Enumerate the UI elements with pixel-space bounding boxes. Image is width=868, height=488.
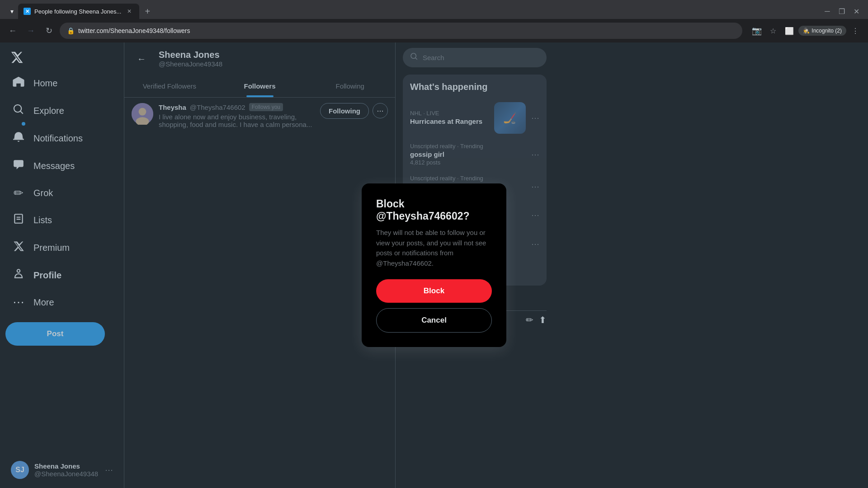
incognito-icon: 🕵 [803, 28, 810, 34]
back-browser-button[interactable]: ← [5, 23, 20, 38]
tab-close-button[interactable]: ✕ [125, 7, 134, 16]
incognito-badge: 🕵 Incognito (2) [798, 26, 846, 36]
forward-browser-button[interactable]: → [24, 23, 38, 38]
address-bar[interactable]: 🔒 twitter.com/SheenaJone49348/followers [60, 23, 742, 39]
nav-bar: ← → ↻ 🔒 twitter.com/SheenaJone49348/foll… [0, 19, 868, 42]
modal-overlay: Block @Theysha746602? They will not be a… [0, 42, 868, 488]
block-confirm-button[interactable]: Block [376, 279, 492, 303]
security-icon: 🔒 [67, 27, 75, 34]
browser-chrome: ▾ ✕ People following Sheena Jones... ✕ +… [0, 0, 868, 42]
new-tab-button[interactable]: + [141, 5, 154, 18]
incognito-label: Incognito (2) [811, 28, 842, 34]
maximize-button[interactable]: ❐ [835, 5, 848, 18]
tab-group-dropdown[interactable]: ▾ [5, 5, 18, 18]
tab-favicon: ✕ [24, 8, 31, 15]
dialog-title: Block @Theysha746602? [376, 198, 492, 222]
minimize-button[interactable]: ─ [821, 5, 834, 18]
close-button[interactable]: ✕ [850, 5, 863, 18]
cancel-button[interactable]: Cancel [376, 308, 492, 333]
active-tab[interactable]: ✕ People following Sheena Jones... ✕ [18, 4, 139, 19]
extensions-icon[interactable]: ⋮ [848, 23, 863, 38]
block-dialog: Block @Theysha746602? They will not be a… [362, 183, 506, 347]
browser-actions: 📷 ☆ ⬜ 🕵 Incognito (2) ⋮ [750, 23, 863, 38]
tab-bar: ▾ ✕ People following Sheena Jones... ✕ +… [0, 0, 868, 19]
reload-button[interactable]: ↻ [42, 23, 56, 38]
url-text: twitter.com/SheenaJone49348/followers [78, 27, 190, 34]
star-icon[interactable]: ☆ [766, 23, 780, 38]
cast-icon[interactable]: ⬜ [782, 23, 797, 38]
dialog-description: They will not be able to follow you or v… [376, 228, 492, 268]
tab-title: People following Sheena Jones... [34, 8, 121, 15]
camera-off-icon: 📷 [750, 23, 764, 38]
